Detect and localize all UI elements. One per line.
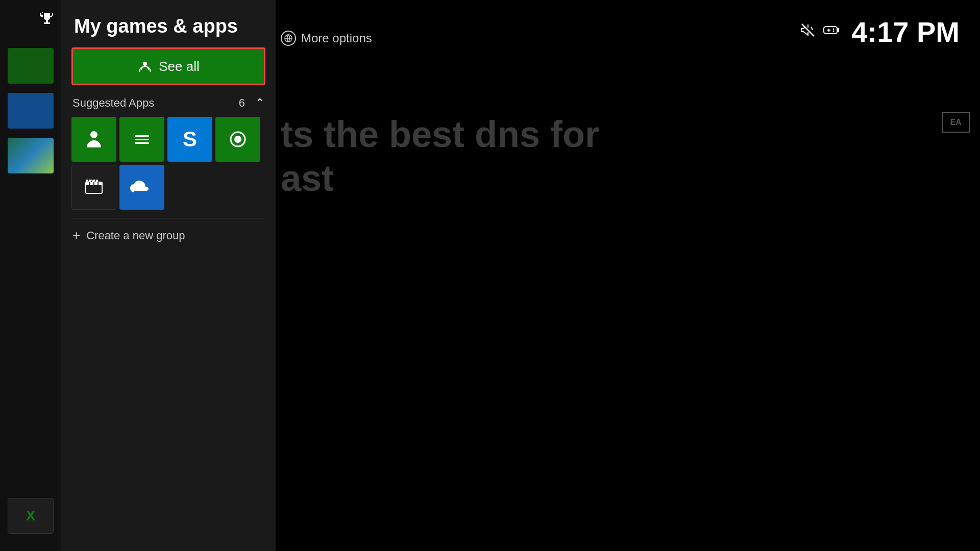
status-icons [800, 22, 841, 41]
games-apps-panel: My games & apps See all Suggested Apps 6… [61, 0, 276, 551]
app-tile-3-skype[interactable]: S [167, 117, 212, 162]
more-options-label: More options [301, 31, 372, 45]
svg-rect-4 [135, 135, 149, 137]
sidebar-thumb-1 [8, 48, 54, 84]
svg-rect-1 [44, 22, 50, 24]
suggested-apps-header: Suggested Apps 6 ⌃ [71, 96, 265, 110]
sidebar-thumb-2 [8, 93, 54, 129]
skype-icon: S [183, 127, 197, 152]
see-all-button[interactable]: See all [71, 47, 265, 85]
app-tile-5-movies[interactable] [71, 165, 116, 210]
svg-rect-6 [135, 142, 149, 144]
app-tile-1[interactable] [71, 117, 116, 162]
background-text: ts the best dns for ast [281, 112, 949, 201]
svg-rect-0 [46, 20, 48, 22]
svg-point-25 [833, 29, 835, 30]
bg-text-line2: ast [281, 156, 949, 200]
suggested-right-controls: 6 ⌃ [239, 96, 264, 110]
bg-text-line1: ts the best dns for [281, 112, 949, 156]
ea-badge: EA [942, 112, 970, 133]
svg-point-2 [143, 62, 147, 66]
svg-point-3 [90, 131, 97, 138]
trophy-icon [39, 11, 55, 30]
sidebar-thumb-xbox: X [8, 498, 54, 534]
plus-icon: + [72, 228, 80, 243]
controller-icon [823, 23, 841, 41]
app-tile-6-cloud[interactable] [119, 165, 164, 210]
mute-icon [800, 22, 816, 41]
app-tile-4[interactable] [215, 117, 260, 162]
suggested-apps-label: Suggested Apps [72, 96, 154, 110]
see-all-label: See all [159, 59, 200, 74]
clock: 4:17 PM [851, 15, 960, 48]
chevron-up-icon[interactable]: ⌃ [255, 96, 264, 110]
suggested-count: 6 [239, 96, 245, 110]
panel-title: My games & apps [71, 15, 265, 37]
see-all-icon [137, 59, 153, 74]
more-options-button[interactable]: More options [281, 31, 372, 46]
create-group-label: Create a new group [86, 229, 185, 242]
divider [71, 218, 265, 218]
status-bar: 4:17 PM [800, 15, 960, 48]
svg-rect-22 [837, 28, 839, 32]
app-tile-2[interactable] [119, 117, 164, 162]
svg-rect-5 [135, 139, 149, 140]
left-sidebar: X [0, 0, 61, 551]
more-options-icon [281, 31, 296, 46]
sidebar-thumb-3 [8, 138, 54, 173]
app-grid: S [71, 117, 265, 210]
svg-point-26 [833, 31, 835, 32]
right-area: More options ts the best dns for ast EA [276, 0, 980, 551]
create-new-group-button[interactable]: + Create a new group [71, 226, 265, 245]
svg-point-8 [234, 136, 241, 143]
